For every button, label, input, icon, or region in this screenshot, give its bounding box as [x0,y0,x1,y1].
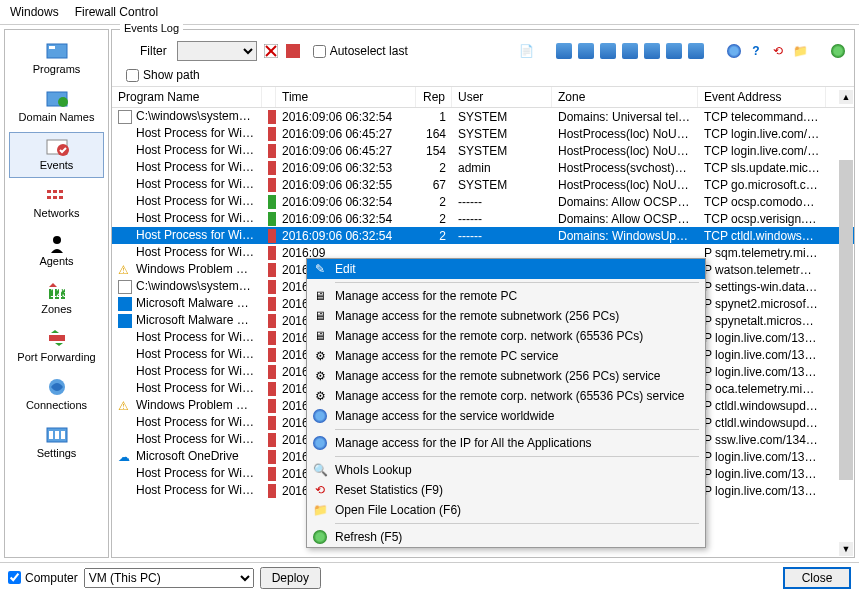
computer-select[interactable]: VM (This PC) [84,568,254,588]
sidebar-item-zones[interactable]: 123Zones [9,276,104,322]
globe-icon[interactable] [726,43,742,59]
cell-direction [262,246,276,260]
show-path-checkbox[interactable]: Show path [126,68,846,82]
cell-user: SYSTEM [452,110,552,124]
computer-checkbox[interactable]: Computer [8,571,78,585]
menu-item-manage-access-for-the-remote-s[interactable]: ⚙Manage access for the remote subnetwork… [307,366,705,386]
pc3-icon[interactable] [600,43,616,59]
cell-time: 2016:09:06 06:32:53 [276,161,416,175]
menu-item-label: Manage access for the remote subnetwork … [335,309,619,323]
pc2-icon[interactable] [578,43,594,59]
cell-zone: Domains: Allow OCSPs… [552,195,698,209]
menu-item-manage-access-for-the-remote-c[interactable]: ⚙Manage access for the remote corp. netw… [307,386,705,406]
sidebar-item-settings[interactable]: Settings [9,420,104,466]
outgoing-icon [268,280,276,294]
cell-direction [262,382,276,396]
reset-stats-icon[interactable]: ⟲ [770,43,786,59]
cell-direction [262,127,276,141]
svg-rect-9 [47,196,51,199]
cell-zone: HostProcess(loc) NoUp… [552,178,698,192]
col-zone[interactable]: Zone [552,87,698,107]
outgoing-icon [268,484,276,498]
menu-item-manage-access-for-the-ip-for-a[interactable]: Manage access for the IP for All the App… [307,433,705,453]
outgoing-icon [268,467,276,481]
sidebar-item-programs[interactable]: Programs [9,36,104,82]
menu-item-manage-access-for-the-remote-p[interactable]: 🖥Manage access for the remote PC [307,286,705,306]
col-direction[interactable] [262,87,276,107]
sidebar-item-agents[interactable]: Agents [9,228,104,274]
cell-zone: HostProcess(loc) NoUp… [552,127,698,141]
menu-item-manage-access-for-the-service-[interactable]: Manage access for the service worldwide [307,406,705,426]
menu-item-manage-access-for-the-remote-p[interactable]: ⚙Manage access for the remote PC service [307,346,705,366]
col-rep[interactable]: Rep [416,87,452,107]
deploy-button[interactable]: Deploy [260,567,321,589]
event-row[interactable]: Host Process for Wi…2016:09:06 06:45:271… [112,142,854,159]
close-button[interactable]: Close [783,567,851,589]
menu-item-label: Manage access for the service worldwide [335,409,554,423]
clear-filter-icon[interactable] [263,43,279,59]
event-row[interactable]: Host Process for Wi…2016:09:06 06:32:532… [112,159,854,176]
col-event-address[interactable]: Event Address [698,87,826,107]
sidebar-item-connections[interactable]: Connections [9,372,104,418]
sidebar-item-label: Port Forwarding [17,351,95,363]
event-row[interactable]: Host Process for Wi…2016:09:06 06:32:542… [112,193,854,210]
filter-select[interactable] [177,41,257,61]
open-folder-icon[interactable]: 📁 [792,43,808,59]
cell-rep: 154 [416,144,452,158]
cell-program: Host Process for Wi… [112,143,262,158]
menu-item-edit[interactable]: ✎Edit [307,259,705,279]
menu-item-manage-access-for-the-remote-c[interactable]: 🖥Manage access for the remote corp. netw… [307,326,705,346]
sidebar-item-port-forwarding[interactable]: Port Forwarding [9,324,104,370]
menu-item-open-file-location-f6-[interactable]: 📁Open File Location (F6) [307,500,705,520]
cell-program: C:\windows\system… [112,109,262,124]
pc6-icon[interactable] [666,43,682,59]
pc5-icon[interactable] [644,43,660,59]
cell-direction [262,484,276,498]
sidebar-item-events[interactable]: Events [9,132,104,178]
scrollbar-thumb[interactable] [839,160,853,480]
pc7-icon[interactable] [688,43,704,59]
col-program-name[interactable]: Program Name [112,87,262,107]
autoselect-checkbox[interactable]: Autoselect last [313,44,408,58]
col-user[interactable]: User [452,87,552,107]
svg-rect-7 [53,190,57,193]
new-rule-icon[interactable]: 📄 [518,43,534,59]
scroll-down-arrow[interactable]: ▼ [839,542,853,556]
menu-item-reset-statistics-f9-[interactable]: ⟲Reset Statistics (F9) [307,480,705,500]
connections-icon [43,377,71,397]
sidebar-item-domain-names[interactable]: Domain Names [9,84,104,130]
help-icon[interactable]: ? [748,43,764,59]
outgoing-icon [268,246,276,260]
cell-zone: Domains: Universal tel… [552,110,698,124]
menu-item-label: Reset Statistics (F9) [335,483,443,497]
menu-item-label: Manage access for the remote corp. netwo… [335,389,685,403]
cell-program: Host Process for Wi… [112,466,262,481]
cell-addr: P ssw.live.com/134… [698,433,826,447]
cell-direction [262,450,276,464]
delete-filter-icon[interactable] [285,43,301,59]
cell-direction [262,178,276,192]
menu-item-whois-lookup[interactable]: 🔍WhoIs Lookup [307,460,705,480]
outgoing-icon [268,144,276,158]
col-time[interactable]: Time [276,87,416,107]
event-row[interactable]: Host Process for Wi…2016:09:06 06:32:556… [112,176,854,193]
sidebar-item-networks[interactable]: Networks [9,180,104,226]
event-row[interactable]: Host Process for Wi…2016:09:06 06:45:271… [112,125,854,142]
cell-program: Host Process for Wi… [112,126,262,141]
cell-direction [262,263,276,277]
cell-addr: TCP ctldl.windowsupd… [698,229,826,243]
cell-addr: TCP ocsp.verisign.co… [698,212,826,226]
cell-user: SYSTEM [452,144,552,158]
events-log-label: Events Log [120,22,183,34]
event-row[interactable]: C:\windows\system…2016:09:06 06:32:541SY… [112,108,854,125]
cell-time: 2016:09:06 06:45:27 [276,127,416,141]
refresh-icon[interactable] [830,43,846,59]
pc1-icon[interactable] [556,43,572,59]
event-row[interactable]: Host Process for Wi…2016:09:06 06:32:542… [112,210,854,227]
event-row[interactable]: Host Process for Wi…2016:09:06 06:32:542… [112,227,854,244]
pc4-icon[interactable] [622,43,638,59]
svg-rect-8 [59,190,63,193]
menu-item-refresh-f5-[interactable]: Refresh (F5) [307,527,705,547]
scroll-up-arrow[interactable]: ▲ [839,90,853,104]
menu-item-manage-access-for-the-remote-s[interactable]: 🖥Manage access for the remote subnetwork… [307,306,705,326]
